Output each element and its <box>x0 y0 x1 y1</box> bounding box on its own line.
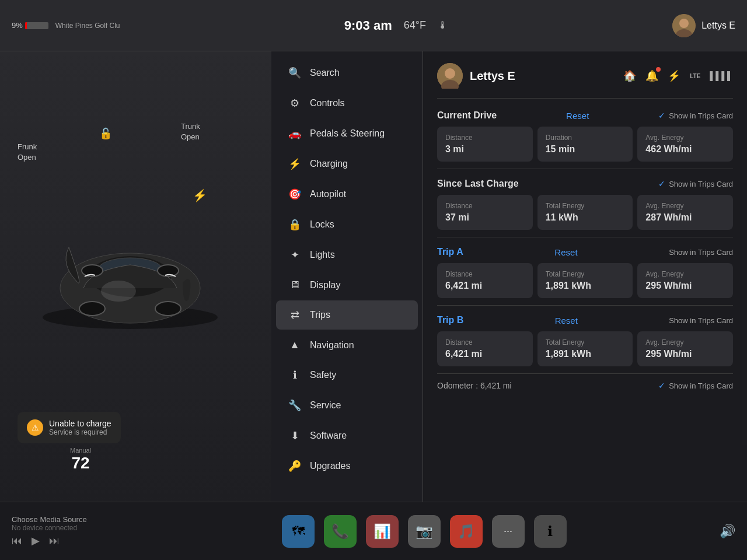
menu-item-upgrades[interactable]: 🔑 Upgrades <box>276 452 418 481</box>
menu-item-service[interactable]: 🔧 Service <box>276 391 418 420</box>
app-music[interactable]: 🎵 <box>450 515 483 548</box>
checkmark-current: ✓ <box>658 111 665 120</box>
since-last-charge-title: Since Last Charge <box>437 178 519 189</box>
stat-label-total-energy-b: Total Energy <box>546 338 625 346</box>
divider-2 <box>437 237 733 237</box>
app-phone[interactable]: 📞 <box>324 515 357 548</box>
stat-cell-avg-energy-a: Avg. Energy 295 Wh/mi <box>637 263 733 298</box>
menu-label-locks: Locks <box>310 219 334 230</box>
stat-value-distance-current: 3 mi <box>445 144 525 155</box>
stat-label-distance-a: Distance <box>445 270 525 278</box>
menu-label-navigation: Navigation <box>310 340 354 351</box>
next-track-button[interactable]: ⏭ <box>49 535 60 547</box>
trip-b-reset[interactable]: Reset <box>555 316 578 326</box>
pedals-icon: 🚗 <box>288 127 302 140</box>
icons-row: 🏠 🔔 ⚡ LTE ▌▌▌▌ <box>623 69 733 82</box>
car-panel: Frunk Open Trunk Open 🔓 ⚡ <box>0 51 271 502</box>
menu-label-charging: Charging <box>310 159 348 169</box>
car-svg <box>25 177 235 341</box>
media-controls: ⏮ ▶ ⏭ <box>12 534 128 547</box>
volume-button[interactable]: 🔊 <box>720 524 735 539</box>
main-content: Frunk Open Trunk Open 🔓 ⚡ <box>0 51 747 502</box>
play-button[interactable]: ▶ <box>32 534 40 547</box>
prev-track-button[interactable]: ⏮ <box>12 535 22 547</box>
current-drive-stats: Distance 3 mi Duration 15 min Avg. Energ… <box>437 127 733 162</box>
trip-b-show-trips: Show in Trips Card <box>669 316 733 325</box>
bell-icon[interactable]: 🔔 <box>645 69 658 82</box>
menu-label-service: Service <box>310 400 341 411</box>
stat-value-total-energy-a: 1,891 kWh <box>546 281 625 291</box>
menu-label-display: Display <box>310 280 340 290</box>
stat-label-energy-current: Avg. Energy <box>645 134 725 142</box>
lights-icon: ✦ <box>288 249 302 261</box>
service-icon: 🔧 <box>288 399 302 412</box>
app-more[interactable]: ··· <box>492 515 525 548</box>
menu-item-controls[interactable]: ⚙ Controls <box>276 89 418 118</box>
menu-item-software[interactable]: ⬇ Software <box>276 421 418 450</box>
media-source-text: Choose Media Source <box>12 515 128 524</box>
bluetooth-icon[interactable]: ⚡ <box>668 69 680 82</box>
menu-item-search[interactable]: 🔍 Search <box>276 58 418 88</box>
user-avatar-large[interactable] <box>437 63 463 89</box>
menu-label-safety: Safety <box>310 370 336 380</box>
menu-item-charging[interactable]: ⚡ Charging <box>276 149 418 178</box>
svg-point-8 <box>155 302 181 316</box>
controls-icon: ⚙ <box>288 97 302 110</box>
trips-panel: Lettys E 🏠 🔔 ⚡ LTE ▌▌▌▌ Current Drive Re… <box>423 51 747 502</box>
status-center: 9:03 am 64°F 🌡 <box>120 18 673 33</box>
stat-cell-total-energy-since: Total Energy 11 kWh <box>537 195 633 230</box>
stat-value-distance-since: 37 mi <box>445 212 525 223</box>
menu-item-display[interactable]: 🖥 Display <box>276 271 418 299</box>
app-camera[interactable]: 📷 <box>408 515 441 548</box>
menu-item-autopilot[interactable]: 🎯 Autopilot <box>276 180 418 209</box>
current-drive-title: Current Drive <box>437 110 497 121</box>
stat-label-duration: Duration <box>546 134 625 142</box>
menu-item-lights[interactable]: ✦ Lights <box>276 240 418 270</box>
trip-a-reset[interactable]: Reset <box>554 247 577 257</box>
status-bar-left: 9% White Pines Golf Clu <box>12 21 120 30</box>
menu-label-controls: Controls <box>310 98 345 108</box>
user-name-top: Lettys E <box>701 20 735 31</box>
trip-b-header: Trip B Reset Show in Trips Card <box>437 315 733 326</box>
odometer-text: Odometer : 6,421 mi <box>437 381 512 390</box>
trips-icon: ⇄ <box>288 309 302 321</box>
app-info[interactable]: ℹ <box>534 515 567 548</box>
car-visualization: Frunk Open Trunk Open 🔓 ⚡ <box>0 51 271 502</box>
stat-cell-avg-energy-since: Avg. Energy 287 Wh/mi <box>637 195 733 230</box>
menu-panel: 🔍 Search ⚙ Controls 🚗 Pedals & Steering … <box>271 51 423 502</box>
trip-a-title: Trip A <box>437 247 463 257</box>
trip-b-title: Trip B <box>437 315 463 326</box>
car-svg-container <box>25 177 247 352</box>
menu-label-autopilot: Autopilot <box>310 189 346 200</box>
user-avatar-top[interactable] <box>672 14 696 37</box>
temp-label: Manual <box>70 447 91 454</box>
stat-value-avg-energy-since: 287 Wh/mi <box>645 212 725 223</box>
since-last-charge-stats: Distance 37 mi Total Energy 11 kWh Avg. … <box>437 195 733 230</box>
stat-value-avg-energy-b: 295 Wh/mi <box>645 349 725 359</box>
stat-cell-distance-current: Distance 3 mi <box>437 127 533 162</box>
menu-item-pedals[interactable]: 🚗 Pedals & Steering <box>276 119 418 148</box>
battery-bar <box>25 22 48 29</box>
menu-label-trips: Trips <box>310 310 330 320</box>
stat-cell-energy-current: Avg. Energy 462 Wh/mi <box>637 127 733 162</box>
home-icon[interactable]: 🏠 <box>623 69 636 82</box>
divider-4 <box>437 373 733 374</box>
stat-value-energy-current: 462 Wh/mi <box>645 144 725 155</box>
stat-value-avg-energy-a: 295 Wh/mi <box>645 281 725 291</box>
safety-icon: ℹ <box>288 369 302 382</box>
menu-item-navigation[interactable]: ▲ Navigation <box>276 331 418 359</box>
app-navigation[interactable]: 🗺 <box>282 515 315 548</box>
menu-item-locks[interactable]: 🔒 Locks <box>276 210 418 239</box>
menu-item-safety[interactable]: ℹ Safety <box>276 360 418 390</box>
temp-display: 64°F <box>404 19 426 32</box>
stat-value-distance-a: 6,421 mi <box>445 281 525 291</box>
menu-item-trips[interactable]: ⇄ Trips <box>276 300 418 330</box>
battery-percent: 9% <box>12 21 23 30</box>
locks-icon: 🔒 <box>288 218 302 231</box>
checkmark-odometer: ✓ <box>658 381 665 390</box>
current-drive-reset[interactable]: Reset <box>566 111 589 121</box>
app-equalizer[interactable]: 📊 <box>366 515 399 548</box>
stat-cell-distance-a: Distance 6,421 mi <box>437 263 533 298</box>
stat-label-avg-energy-b: Avg. Energy <box>645 338 725 346</box>
trip-a-header: Trip A Reset Show in Trips Card <box>437 247 733 257</box>
